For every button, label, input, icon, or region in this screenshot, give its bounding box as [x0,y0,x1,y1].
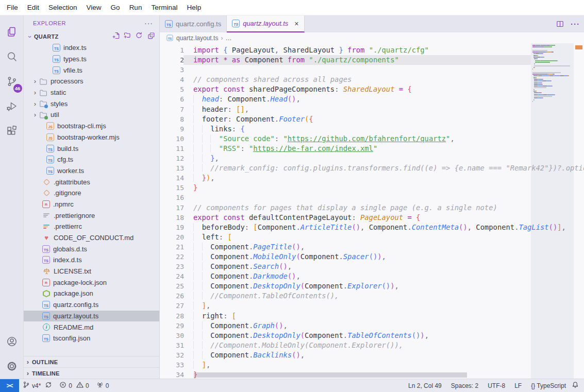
line-number[interactable]: 25 [160,281,184,291]
tree-item-license-txt[interactable]: LICENSE.txt [24,266,159,277]
code-line[interactable]: 5export const sharedPageComponents: Shar… [160,84,584,94]
activity-settings-icon[interactable] [0,354,24,379]
code-line[interactable]: 10 "Source code": "https://github.com/bf… [160,134,584,144]
activity-account-icon[interactable] [0,329,24,354]
tree-item-quartz-layout-ts[interactable]: TSquartz.layout.ts [24,311,159,322]
code-line[interactable]: 23 Component.Search(), [160,262,584,271]
new-file-icon[interactable] [111,31,120,42]
code-line[interactable]: 6 head: Component.Head(), [160,94,584,104]
code-line[interactable]: 21 Component.PageTitle(), [160,242,584,252]
line-number[interactable]: 23 [160,262,184,271]
activity-search-icon[interactable] [0,44,24,69]
line-number[interactable]: 33 [160,360,184,370]
code-line[interactable]: 32 Component.Backlinks(), [160,350,584,360]
code-line[interactable]: 28 right: [ [160,311,584,321]
line-number[interactable]: 2 [160,55,184,65]
code-line[interactable]: 24 Component.Darkmode(), [160,271,584,281]
code-line[interactable]: 16 [160,193,584,202]
line-number[interactable]: 29 [160,321,184,331]
tree-item-worker-ts[interactable]: TSworker.ts [24,165,159,177]
code-line[interactable]: 25 Component.DesktopOnly(Component.Explo… [160,281,584,291]
code-line[interactable]: 29 Component.Graph(), [160,321,584,331]
tree-item-styles[interactable]: ›styles [24,98,159,109]
tab-quartz-layout-ts[interactable]: TSquartz.layout.ts× [227,15,304,32]
activity-explorer-icon[interactable] [0,20,24,44]
menu-go[interactable]: Go [106,2,125,13]
tree-item-vfile-ts[interactable]: TSvfile.ts [24,64,159,76]
status-spaces-[interactable]: Spaces: 2 [447,382,482,389]
line-number[interactable]: 17 [160,203,184,213]
line-number[interactable]: 18 [160,213,184,223]
line-number[interactable]: 32 [160,350,184,360]
menu-edit[interactable]: Edit [23,2,44,13]
line-number[interactable]: 11 [160,144,184,154]
menu-file[interactable]: File [2,2,23,13]
menu-view[interactable]: View [82,2,106,13]
line-number[interactable]: 3 [160,65,184,75]
status--[interactable]: {} TypeScript [527,382,570,389]
line-number[interactable]: 5 [160,84,184,94]
line-number[interactable]: 19 [160,223,184,232]
line-number[interactable]: 8 [160,114,184,124]
menu-selection[interactable]: Selection [44,2,82,13]
line-number[interactable]: 21 [160,242,184,252]
tree-item-util[interactable]: ›util [24,109,159,121]
line-number[interactable]: 30 [160,331,184,340]
git-branch-status[interactable]: v4* [19,379,56,392]
more-actions-icon[interactable]: ··· [571,20,580,28]
line-number[interactable]: 10 [160,134,184,144]
menu-terminal[interactable]: Terminal [146,2,182,13]
code-line[interactable]: 31 //Component.MobileOnly(Component.Expl… [160,340,584,350]
line-number[interactable]: 13 [160,163,184,173]
line-number[interactable]: 20 [160,232,184,242]
menu-help[interactable]: Help [182,2,206,13]
code-line[interactable]: 12 }, [160,154,584,163]
tree-item-index-ts[interactable]: TSindex.ts [24,42,159,54]
code-line[interactable]: 4// components shared across all pages [160,75,584,84]
code-line[interactable]: 22 Component.MobileOnly(Component.Spacer… [160,252,584,262]
line-number[interactable]: 31 [160,340,184,350]
code-line[interactable]: 15} [160,183,584,193]
tree-item-tsconfig-json[interactable]: TStsconfig.json [24,333,159,344]
tree-item-quartz-config-ts[interactable]: TSquartz.config.ts [24,299,159,311]
tree-item--prettierignore[interactable]: .prettierignore [24,210,159,221]
line-number[interactable]: 34 [160,370,184,379]
tree-item-build-ts[interactable]: TSbuild.ts [24,143,159,154]
tree-item-bootstrap-worker-mjs[interactable]: JSbootstrap-worker.mjs [24,132,159,143]
line-number[interactable]: 4 [160,75,184,84]
line-number[interactable]: 15 [160,183,184,193]
explorer-more-actions[interactable]: ··· [144,19,153,27]
code-line[interactable]: 20 left: [ [160,232,584,242]
tree-item-static[interactable]: ›static [24,87,159,98]
minimap[interactable] [532,45,574,103]
tree-item-readme-md[interactable]: iREADME.md [24,321,159,333]
code-line[interactable]: 2import * as Component from "./quartz/co… [160,55,584,65]
code-line[interactable]: 13 //remark_config: config.plugins.trans… [160,163,584,173]
new-folder-icon[interactable] [123,31,131,42]
problems-status[interactable]: 0 0 [56,379,92,392]
line-number[interactable]: 28 [160,311,184,321]
workspace-section-header[interactable]: › QUARTZ [24,31,159,42]
sidebar-section-outline[interactable]: › OUTLINE [24,356,159,367]
line-number[interactable]: 12 [160,154,184,163]
code-line[interactable]: 7 header: [], [160,105,584,114]
status-ln[interactable]: Ln 2, Col 49 [405,382,445,389]
tree-item-index-d-ts[interactable]: TSindex.d.ts [24,254,159,266]
tree-item-package-lock-json[interactable]: npackage-lock.json [24,277,159,288]
close-icon[interactable]: × [294,20,298,28]
tree-item--npmrc[interactable]: n.npmrc [24,199,159,210]
tree-item-package-json[interactable]: package.json [24,288,159,299]
line-number[interactable]: 24 [160,271,184,281]
activity-source-control-icon[interactable]: 46 [0,69,24,94]
line-number[interactable]: 14 [160,173,184,183]
line-number[interactable]: 6 [160,94,184,104]
code-line[interactable]: 27 ], [160,301,584,311]
tree-item--gitattributes[interactable]: .gitattributes [24,176,159,188]
code-line[interactable]: 33 ], [160,360,584,370]
line-number[interactable]: 22 [160,252,184,262]
breadcrumb[interactable]: TS quartz.layout.ts › … [160,32,584,43]
code-line[interactable]: 26 //Component.TableOfContents(), [160,291,584,301]
line-number[interactable]: 9 [160,124,184,134]
line-number[interactable]: 26 [160,291,184,301]
code-line[interactable]: 14 }), [160,173,584,183]
